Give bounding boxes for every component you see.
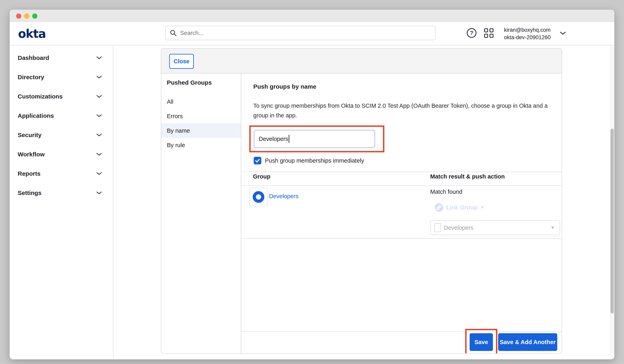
dialog-header: Close	[161, 49, 562, 74]
account-menu[interactable]: kiran@boxyhq.com okta-dev-20901260	[500, 25, 554, 42]
account-chevron-down-icon[interactable]	[560, 31, 566, 35]
apps-grid-icon[interactable]	[484, 28, 494, 38]
sidebar-item-reports[interactable]: Reports	[10, 164, 113, 183]
group-name-link[interactable]: Developers	[269, 193, 299, 200]
group-name-input-value: Developers	[259, 136, 288, 142]
nav-item-by-name[interactable]: By name	[161, 123, 241, 138]
browser-window: okta ? kiran@boxyhq.com okta-dev-2090126…	[10, 10, 614, 359]
global-search[interactable]	[165, 26, 435, 40]
okta-logo: okta	[18, 27, 46, 41]
save-add-another-button[interactable]: Save & Add Another	[498, 333, 557, 351]
sidebar-item-settings[interactable]: Settings	[10, 183, 113, 203]
panel-title: Push groups by name	[253, 83, 316, 90]
window-titlebar	[10, 10, 614, 22]
push-groups-dialog: Close Pushed Groups All Errors By name B…	[161, 48, 562, 354]
link-group-button[interactable]: Link Group ▼	[435, 203, 485, 212]
sidebar-nav: Dashboard Directory Customizations Appli…	[10, 45, 113, 203]
divider	[241, 238, 562, 239]
push-immediately-label: Push group memberships immediately	[265, 157, 364, 164]
sidebar-item-workflow[interactable]: Workflow	[10, 145, 113, 164]
footer-divider	[241, 331, 562, 332]
app-body: Dashboard Directory Customizations Appli…	[10, 45, 614, 359]
chevron-down-icon	[97, 56, 102, 59]
save-button[interactable]: Save	[469, 333, 493, 351]
sidebar-item-customizations[interactable]: Customizations	[10, 87, 113, 106]
help-icon[interactable]: ?	[467, 28, 476, 38]
group-thumbnail-icon	[434, 223, 441, 232]
nav-item-all[interactable]: All	[161, 95, 241, 109]
account-org: okta-dev-20901260	[504, 34, 551, 41]
sidebar-item-dashboard[interactable]: Dashboard	[10, 48, 113, 68]
traffic-light-zoom-icon[interactable]	[32, 13, 37, 19]
group-ring-icon	[253, 191, 264, 203]
sidebar-divider	[113, 45, 113, 359]
top-bar: okta ? kiran@boxyhq.com okta-dev-2090126…	[10, 22, 614, 45]
match-status-text: Match found	[430, 188, 462, 195]
checkmark-icon	[255, 157, 260, 164]
sidebar-item-directory[interactable]: Directory	[10, 68, 113, 87]
chevron-down-icon	[97, 134, 102, 136]
okta-admin-screen: { "topbar": { "logo": "okta", "search_pl…	[0, 0, 624, 364]
push-immediately-checkbox[interactable]	[254, 157, 261, 164]
account-email: kiran@boxyhq.com	[504, 26, 551, 34]
divider	[241, 185, 562, 186]
scrollbar-track	[610, 45, 614, 359]
traffic-light-minimize-icon[interactable]	[24, 13, 29, 19]
chevron-down-icon	[97, 114, 102, 117]
sidebar-item-security[interactable]: Security	[10, 126, 113, 145]
push-by-name-panel: Push groups by name To sync group member…	[241, 74, 562, 353]
scrollbar-thumb[interactable]	[611, 129, 614, 313]
nav-item-by-rule[interactable]: By rule	[161, 138, 241, 152]
target-group-select[interactable]: Developers ▼	[430, 220, 560, 235]
text-caret	[289, 135, 289, 143]
panel-description: To sync group memberships from Okta to S…	[253, 101, 555, 120]
chevron-down-icon	[97, 192, 102, 194]
nav-item-errors[interactable]: Errors	[161, 109, 241, 123]
chevron-down-icon	[97, 76, 102, 78]
search-input[interactable]	[180, 30, 431, 36]
chevron-down-icon	[97, 153, 102, 156]
pushed-groups-nav: Pushed Groups All Errors By name By rule	[161, 74, 241, 353]
target-group-value: Developers	[444, 225, 550, 231]
dropdown-arrow-icon: ▼	[480, 205, 485, 210]
traffic-light-close-icon[interactable]	[16, 13, 21, 19]
search-icon	[170, 29, 177, 37]
chevron-down-icon	[97, 95, 102, 98]
chevron-down-icon	[97, 172, 102, 175]
group-avatar	[249, 188, 268, 206]
close-button[interactable]: Close	[169, 54, 194, 69]
pushed-groups-heading: Pushed Groups	[161, 79, 241, 89]
dropdown-arrow-icon: ▼	[550, 225, 555, 230]
sidebar-item-applications[interactable]: Applications	[10, 106, 113, 126]
group-name-input[interactable]: Developers	[254, 130, 375, 148]
column-header-group: Group	[253, 173, 270, 180]
link-icon	[435, 203, 443, 212]
divider	[241, 172, 562, 172]
column-header-match: Match result & push action	[430, 173, 505, 180]
